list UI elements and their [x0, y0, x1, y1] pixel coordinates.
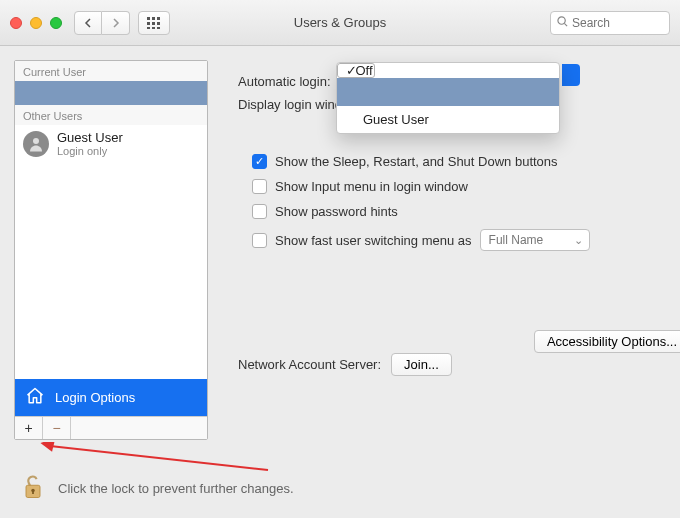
- login-options-label: Login Options: [55, 390, 135, 405]
- dropdown-option-off[interactable]: Off: [337, 63, 375, 78]
- close-window-button[interactable]: [10, 17, 22, 29]
- forward-button[interactable]: [102, 11, 130, 35]
- checkbox-show-input[interactable]: [252, 179, 267, 194]
- search-input[interactable]: [572, 16, 662, 30]
- automatic-login-select-endcap[interactable]: [562, 64, 580, 86]
- search-icon: [557, 16, 568, 30]
- sidebar-buttons: + −: [15, 416, 207, 439]
- checkbox-show-hints[interactable]: [252, 204, 267, 219]
- svg-rect-7: [152, 27, 155, 29]
- automatic-login-dropdown[interactable]: Off Guest User: [336, 62, 560, 134]
- dropdown-option-guest[interactable]: Guest User: [337, 106, 559, 133]
- svg-point-9: [558, 16, 565, 23]
- nav-group: [74, 11, 130, 35]
- fast-switching-value: Full Name: [489, 233, 544, 247]
- add-user-button[interactable]: +: [15, 417, 43, 439]
- checkbox-show-sleep[interactable]: ✓: [252, 154, 267, 169]
- current-user-row[interactable]: [15, 81, 207, 105]
- current-user-header: Current User: [15, 61, 207, 81]
- svg-rect-3: [147, 22, 150, 25]
- window-controls: [10, 17, 62, 29]
- user-sub-label: Login only: [57, 145, 123, 157]
- show-input-row[interactable]: Show Input menu in login window: [252, 179, 654, 194]
- user-name-label: Guest User: [57, 130, 123, 145]
- svg-rect-2: [157, 17, 160, 20]
- titlebar: Users & Groups: [0, 0, 680, 46]
- svg-rect-4: [152, 22, 155, 25]
- back-button[interactable]: [74, 11, 102, 35]
- svg-rect-5: [157, 22, 160, 25]
- svg-rect-0: [147, 17, 150, 20]
- user-row-guest[interactable]: Guest User Login only: [15, 125, 207, 162]
- fast-switching-row[interactable]: Show fast user switching menu as Full Na…: [252, 229, 654, 251]
- avatar-icon: [23, 131, 49, 157]
- svg-rect-8: [157, 27, 160, 29]
- show-sleep-label: Show the Sleep, Restart, and Shut Down b…: [275, 154, 558, 169]
- fast-switching-label: Show fast user switching menu as: [275, 233, 472, 248]
- show-input-label: Show Input menu in login window: [275, 179, 468, 194]
- user-list: Current User Other Users Guest User Logi…: [15, 61, 207, 379]
- show-hints-label: Show password hints: [275, 204, 398, 219]
- remove-user-button[interactable]: −: [43, 417, 71, 439]
- svg-line-10: [564, 23, 567, 26]
- search-field[interactable]: [550, 11, 670, 35]
- show-sleep-row[interactable]: ✓ Show the Sleep, Restart, and Shut Down…: [252, 154, 654, 169]
- checkbox-fast-switching[interactable]: [252, 233, 267, 248]
- login-options-row[interactable]: Login Options: [15, 379, 207, 416]
- show-all-button[interactable]: [138, 11, 170, 35]
- house-icon: [25, 386, 45, 409]
- svg-rect-1: [152, 17, 155, 20]
- minimize-window-button[interactable]: [30, 17, 42, 29]
- dropdown-option-highlight[interactable]: [337, 78, 559, 106]
- zoom-window-button[interactable]: [50, 17, 62, 29]
- svg-point-11: [33, 138, 39, 144]
- lock-text: Click the lock to prevent further change…: [58, 481, 294, 496]
- fast-switching-select[interactable]: Full Name: [480, 229, 590, 251]
- accessibility-options-button[interactable]: Accessibility Options...: [534, 330, 680, 353]
- network-server-label: Network Account Server:: [238, 357, 381, 372]
- other-users-header: Other Users: [15, 105, 207, 125]
- show-hints-row[interactable]: Show password hints: [252, 204, 654, 219]
- user-sidebar: Current User Other Users Guest User Logi…: [14, 60, 208, 440]
- lock-icon[interactable]: [22, 473, 44, 504]
- lock-row: Click the lock to prevent further change…: [22, 473, 294, 504]
- join-button[interactable]: Join...: [391, 353, 452, 376]
- automatic-login-label: Automatic login:: [238, 74, 331, 89]
- svg-rect-16: [32, 491, 34, 495]
- svg-rect-6: [147, 27, 150, 29]
